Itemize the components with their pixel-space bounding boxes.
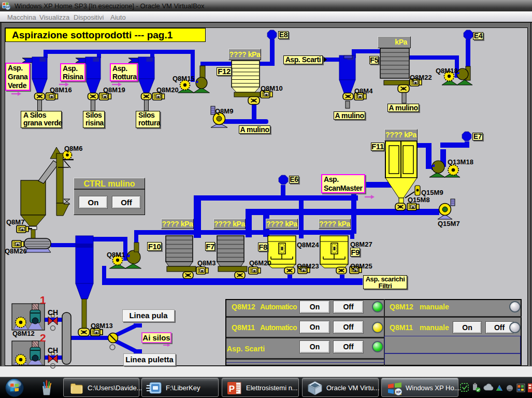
- svg-text:P: P: [229, 384, 235, 394]
- svg-text:XP: XP: [396, 390, 401, 394]
